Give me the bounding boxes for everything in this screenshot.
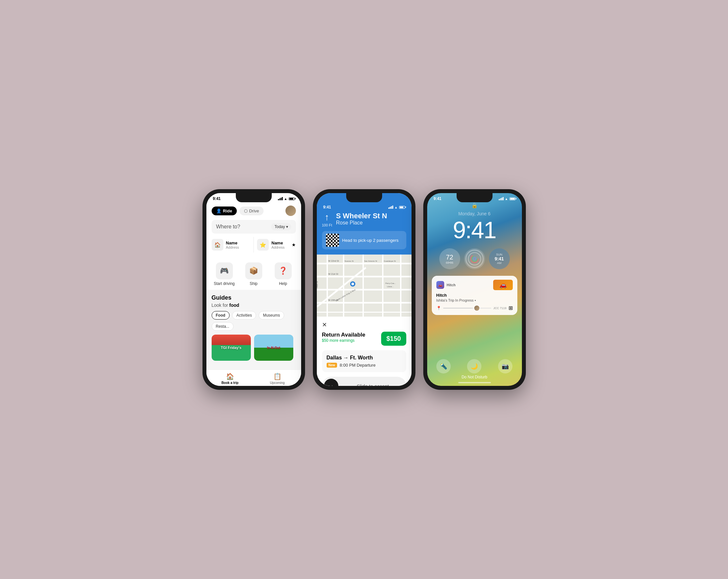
notif-car-image: 🚗 — [493, 280, 513, 290]
notif-progress: 📍 JCC 7119 ⊞ — [436, 305, 513, 311]
search-bar[interactable]: Where to? Today ▾ — [212, 220, 296, 234]
dnd-label: Do Not Disturb — [462, 375, 487, 379]
svg-rect-5 — [317, 312, 412, 313]
slide-to-accept[interactable]: → Slide to accept — [322, 377, 406, 386]
price-button[interactable]: $150 — [381, 332, 406, 346]
saved-place-star[interactable]: ⭐ Name Address ★ — [257, 237, 296, 253]
nav-cross-street: Rose Place — [336, 220, 387, 226]
return-earnings: $50 more earnings — [322, 338, 365, 343]
clock-day: SUN — [496, 253, 502, 256]
phone3-signal-icon — [499, 197, 503, 200]
ride-tab[interactable]: 👤 Ride — [212, 206, 237, 215]
nav-bottom-card: ✕ Return Available $50 more earnings $15… — [317, 317, 412, 386]
innout-image: In-N-Out — [254, 334, 293, 361]
svg-text:San Antonio St: San Antonio St — [364, 260, 377, 262]
lock-bottom-controls: 🔦 🌙 Do Not Disturb 📷 — [427, 359, 522, 379]
phone-1-time: 9:41 — [213, 196, 221, 201]
lock-time: 9:41 — [427, 218, 522, 242]
drive-tab[interactable]: ⬡ Drive — [239, 206, 264, 215]
close-button[interactable]: ✕ — [322, 321, 406, 328]
star-icon: ★ — [292, 242, 296, 247]
wifi-icon: ▲ — [284, 197, 287, 201]
svg-text:W 22nd St: W 22nd St — [328, 260, 339, 262]
vertical-divider — [254, 237, 254, 253]
ride-tab-label: Ride — [223, 208, 232, 213]
help-button[interactable]: ❓ Help — [270, 262, 296, 286]
filter-museums[interactable]: Museums — [259, 311, 284, 320]
lock-icon: 🔒 — [427, 202, 522, 208]
moon-icon: 🌙 — [471, 363, 478, 370]
help-label: Help — [279, 281, 287, 286]
nav-upcoming[interactable]: 📋 Upcoming — [254, 373, 301, 384]
chevron-down-icon: ▾ — [286, 225, 288, 229]
torch-icon: 🔦 — [440, 363, 447, 370]
home-name: Name — [226, 241, 251, 245]
nav-book-trip[interactable]: 🏠 Book a trip — [206, 373, 254, 384]
nav-street-name: S Wheeler St N — [336, 212, 387, 220]
notif-title: Hitch — [436, 293, 513, 298]
phone-2-status-icons: ▲ — [388, 205, 405, 209]
star-place-info: Name Address — [271, 241, 289, 249]
dnd-button[interactable]: 🌙 — [467, 359, 482, 374]
phone-2-notch — [346, 193, 382, 202]
star-address: Address — [271, 245, 289, 249]
phone3-wifi-icon: ▲ — [505, 197, 508, 201]
camera-button[interactable]: 📷 — [498, 359, 513, 374]
fridays-label: TGI Friday's — [221, 346, 241, 350]
nav-direction: ↑ 100 Ft S Wheeler St N Rose Place — [322, 212, 406, 227]
svg-point-13 — [352, 283, 354, 285]
torch-button[interactable]: 🔦 — [436, 359, 451, 374]
guides-subtitle: Look for food — [212, 303, 296, 308]
innout-card[interactable]: In-N-Out — [254, 334, 293, 361]
return-row: Return Available $50 more earnings $150 — [322, 332, 406, 346]
clock-ampm: AM — [497, 261, 502, 265]
phone-1-notch — [236, 193, 272, 202]
phone-3-screen: 9:41 ▲ 🔒 Monday, June 6 9:41 — [427, 193, 522, 386]
innout-label: In-N-Out — [267, 346, 280, 350]
search-placeholder: Where to? — [216, 224, 240, 230]
notif-subtitle: Ishita's Trip In Progress • — [436, 298, 513, 302]
trip-route: Dallas → Ft. Worth — [327, 355, 402, 361]
return-label: Return Available — [322, 332, 365, 338]
progress-line — [443, 308, 492, 308]
bottom-nav: 🏠 Book a trip 📋 Upcoming — [206, 370, 301, 386]
filter-chips: Food Activities Museums Resta... — [212, 311, 296, 331]
today-button[interactable]: Today ▾ — [271, 223, 291, 230]
ship-button[interactable]: 📦 Ship — [241, 262, 266, 286]
fridays-image: TGI Friday's — [212, 334, 251, 361]
start-driving-button[interactable]: 🎮 Start driving — [212, 262, 237, 286]
steering-wheel-icon: 🎮 — [216, 262, 233, 279]
filter-restaurants[interactable]: Resta... — [212, 322, 234, 331]
slide-text: Slide to accept — [342, 383, 404, 386]
svg-rect-4 — [317, 302, 412, 304]
dnd-group: 🌙 Do Not Disturb — [462, 359, 487, 379]
notif-app-name: Hitch — [447, 283, 491, 287]
drive-icon: ⬡ — [244, 208, 248, 213]
chess-icon — [326, 234, 339, 247]
start-driving-label: Start driving — [214, 281, 234, 286]
pickup-text: Head to pick-up 2 passengers — [342, 238, 399, 243]
svg-text:Guadalupe St: Guadalupe St — [384, 260, 396, 262]
notif-header: 🚗 Hitch 🚗 — [436, 280, 513, 290]
filter-food[interactable]: Food — [212, 311, 230, 320]
fridays-card[interactable]: TGI Friday's — [212, 334, 251, 361]
battery-icon — [289, 197, 294, 200]
svg-text:W 21st St: W 21st St — [328, 273, 338, 275]
map-area: W 22nd St W 21st St W 20th St Pearl St N… — [317, 255, 412, 317]
phone2-signal-icon — [388, 205, 393, 209]
place-cards: TGI Friday's In-N-Out — [212, 334, 296, 361]
weather-widget: 72 68•86 — [439, 248, 460, 269]
person-icon: 👤 — [216, 208, 222, 213]
hitch-app-icon: 🚗 — [436, 281, 444, 289]
qr-icon: ⊞ — [509, 305, 513, 311]
saved-places: 🏠 Name Address ⭐ Name Address — [212, 237, 296, 253]
filter-activities[interactable]: Activities — [232, 311, 256, 320]
trip-departure: New 8:00 PM Departure — [327, 363, 402, 368]
phone3-battery-icon — [510, 197, 515, 200]
avatar[interactable] — [285, 205, 296, 216]
departure-text: 8:00 PM Departure — [340, 363, 375, 368]
temp-range: 68•86 — [446, 261, 453, 265]
return-info: Return Available $50 more earnings — [322, 332, 365, 343]
saved-place-home[interactable]: 🏠 Name Address — [212, 237, 251, 253]
driver-avatar — [474, 305, 480, 311]
